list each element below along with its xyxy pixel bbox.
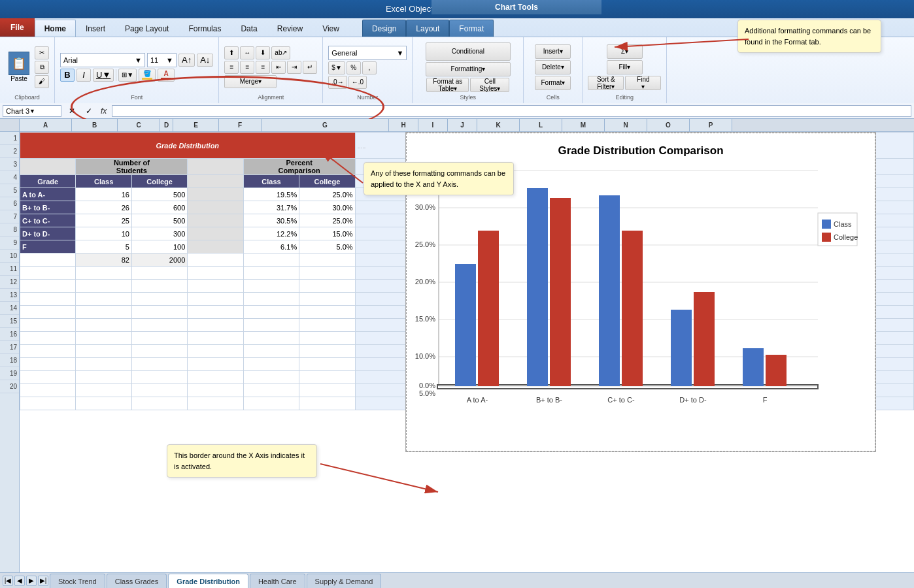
pct-college-cell[interactable]: 15.0% [299, 227, 355, 240]
cell-styles-button[interactable]: CellStyles▾ [470, 78, 509, 92]
name-box[interactable]: Chart 3 ▼ [3, 105, 61, 117]
italic-button[interactable]: I [76, 69, 91, 82]
align-left-button[interactable]: ≡ [224, 61, 239, 74]
tab-home[interactable]: Home [35, 20, 76, 37]
copy-button[interactable]: ⧉ [35, 61, 49, 74]
format-painter-button[interactable]: 🖌 [35, 75, 49, 88]
tab-design[interactable]: Design [362, 20, 406, 37]
align-top-button[interactable]: ⬆ [224, 46, 239, 59]
college-cell[interactable]: 500 [131, 188, 187, 201]
sort-filter-button[interactable]: Sort &Filter▾ [588, 76, 624, 90]
class-cell[interactable]: 25 [76, 214, 131, 227]
class-cell[interactable]: 10 [76, 227, 131, 240]
college-cell[interactable]: 500 [131, 214, 187, 227]
tab-file[interactable]: File [0, 18, 35, 37]
delete-button[interactable]: Delete▾ [535, 60, 571, 74]
tab-review[interactable]: Review [267, 20, 313, 37]
tab-data[interactable]: Data [231, 20, 267, 37]
grade-cell[interactable]: B+ to B- [20, 201, 76, 214]
table-title[interactable]: Grade Distribution [20, 133, 356, 159]
pct-class-cell[interactable]: 6.1% [243, 240, 299, 253]
autosum-button[interactable]: Σ▾ [607, 44, 643, 59]
grade-cell[interactable]: A to A- [20, 188, 76, 201]
font-name-selector[interactable]: Arial ▼ [60, 53, 145, 67]
font-color-button[interactable]: A [158, 69, 175, 82]
pct-college-cell[interactable]: 5.0% [299, 240, 355, 253]
percent-button[interactable]: % [347, 61, 361, 74]
grade-cell[interactable]: F [20, 240, 76, 253]
number-format-selector[interactable]: General ▼ [328, 46, 407, 60]
cut-button[interactable]: ✂ [35, 46, 49, 59]
college-cell[interactable]: 300 [131, 227, 187, 240]
sheet-tab-grade-distribution[interactable]: Grade Distribution [168, 574, 248, 588]
conditional-formatting-button[interactable]: Conditional [426, 42, 511, 61]
name-box-dropdown[interactable]: ▼ [29, 108, 35, 114]
tab-page-layout[interactable]: Page Layout [115, 20, 178, 37]
format-as-table-btn2[interactable]: Format asTable▾ [426, 78, 469, 92]
currency-button[interactable]: $▼ [328, 61, 345, 74]
tab-nav-next[interactable]: ▶ [26, 576, 37, 586]
row-num-1: 1 [0, 132, 19, 145]
align-middle-button[interactable]: ↔ [240, 46, 254, 59]
confirm-formula-button[interactable]: ✓ [81, 104, 97, 118]
pct-class-cell[interactable]: 19.5% [243, 188, 299, 201]
tab-formulas[interactable]: Formulas [178, 20, 231, 37]
fill-color-button[interactable]: 🪣 [139, 69, 156, 82]
increase-indent-button[interactable]: ⇥ [287, 61, 301, 74]
tab-layout[interactable]: Layout [406, 20, 449, 37]
comma-button[interactable]: , [362, 61, 377, 74]
pct-college-cell[interactable]: 30.0% [299, 201, 355, 214]
insert-button[interactable]: Insert▾ [535, 44, 571, 59]
increase-decimal-button[interactable]: .0→ [328, 76, 347, 89]
tab-nav-first[interactable]: |◀ [3, 576, 13, 586]
row-num-5: 5 [0, 184, 19, 197]
paste-button[interactable]: 📋 Paste [5, 50, 33, 84]
increase-font-size-button[interactable]: A↑ [178, 54, 195, 67]
format-as-table-button[interactable]: Formatting▾ [426, 62, 511, 76]
college-cell[interactable]: 100 [131, 240, 187, 253]
decrease-font-size-button[interactable]: A↓ [197, 54, 213, 67]
empty-cell [188, 358, 243, 371]
formula-input[interactable] [112, 105, 911, 117]
pct-college-cell[interactable]: 25.0% [299, 214, 355, 227]
tab-nav-last[interactable]: ▶| [38, 576, 48, 586]
empty-cell [188, 240, 243, 253]
college-cell[interactable]: 600 [131, 201, 187, 214]
decrease-decimal-button[interactable]: ←.0 [348, 76, 367, 89]
tab-view[interactable]: View [313, 20, 349, 37]
font-size-selector[interactable]: 11 ▼ [147, 53, 177, 67]
class-cell[interactable]: 5 [76, 240, 131, 253]
sheet-tab-health-care[interactable]: Health Care [250, 574, 305, 588]
fill-button[interactable]: Fill▾ [607, 60, 643, 74]
sheet-tab-stock-trend[interactable]: Stock Trend [50, 574, 105, 588]
tab-nav-prev[interactable]: ◀ [14, 576, 25, 586]
format-button[interactable]: Format▾ [535, 76, 571, 90]
underline-button[interactable]: U▼ [93, 69, 114, 82]
tab-insert[interactable]: Insert [76, 20, 115, 37]
orientation-button[interactable]: ab↗ [271, 46, 290, 59]
merge-center-button[interactable]: Merge▾ [224, 75, 277, 88]
border-button[interactable]: ⊞▼ [118, 69, 137, 82]
col-header-d: D [160, 119, 173, 131]
sheet-tab-supply-demand[interactable]: Supply & Demand [307, 574, 382, 588]
alignment-label: Alignment [258, 94, 284, 102]
pct-class-cell[interactable]: 12.2% [243, 227, 299, 240]
wrap-text-button[interactable]: ↵ [303, 61, 317, 74]
bold-button[interactable]: B [60, 69, 75, 82]
tab-format[interactable]: Format [449, 20, 494, 37]
find-select-button[interactable]: Find▾ [625, 76, 661, 90]
pct-class-cell[interactable]: 31.7% [243, 201, 299, 214]
empty-cell [20, 293, 76, 306]
pct-class-cell[interactable]: 30.5% [243, 214, 299, 227]
decrease-indent-button[interactable]: ⇤ [271, 61, 286, 74]
grade-cell[interactable]: D+ to D- [20, 227, 76, 240]
align-center-button[interactable]: ≡ [240, 61, 254, 74]
cancel-formula-button[interactable]: ✕ [64, 104, 80, 118]
align-bottom-button[interactable]: ⬇ [256, 46, 270, 59]
class-cell[interactable]: 26 [76, 201, 131, 214]
sheet-tab-class-grades[interactable]: Class Grades [107, 574, 167, 588]
grade-cell[interactable]: C+ to C- [20, 214, 76, 227]
align-right-button[interactable]: ≡ [256, 61, 270, 74]
class-cell[interactable]: 16 [76, 188, 131, 201]
pct-college-cell[interactable]: 25.0% [299, 188, 355, 201]
